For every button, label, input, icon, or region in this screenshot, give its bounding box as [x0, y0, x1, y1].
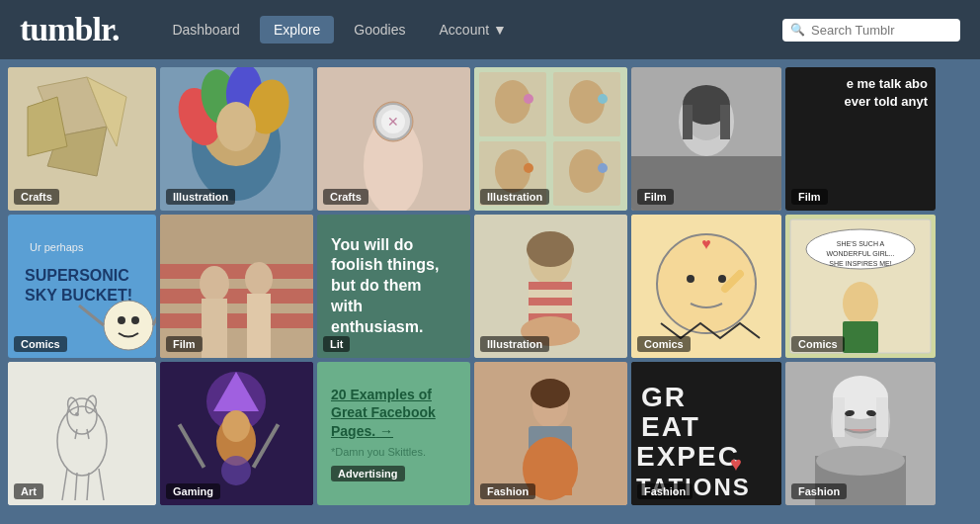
- ad-subtitle: *Damn you Skittles.: [331, 446, 456, 458]
- svg-rect-58: [247, 294, 271, 358]
- svg-point-44: [104, 301, 153, 350]
- cell-crafts1[interactable]: Crafts: [8, 67, 156, 211]
- tag-comics1: Comics: [14, 336, 67, 352]
- search-input[interactable]: [811, 23, 949, 38]
- tag-advertising: Advertising: [331, 466, 405, 481]
- svg-rect-37: [683, 105, 693, 139]
- tag-comics3: Comics: [791, 336, 845, 352]
- tag-comics2: Comics: [637, 336, 691, 352]
- search-icon: 🔍: [790, 23, 805, 37]
- svg-point-29: [598, 94, 608, 104]
- svg-point-108: [531, 379, 570, 408]
- svg-point-98: [222, 410, 250, 442]
- svg-text:SKY BUCKET!: SKY BUCKET!: [25, 287, 132, 304]
- cell-fashion2[interactable]: GR EAT EXPEC TATIONS ♥ Fashion: [631, 362, 781, 505]
- logo: tumblr.: [20, 11, 119, 48]
- tag-illustration2: Illustration: [480, 189, 549, 205]
- svg-point-80: [843, 282, 878, 325]
- svg-point-93: [75, 412, 79, 416]
- svg-rect-81: [843, 321, 878, 353]
- film-talk-text: e me talk abo ever told anyt: [844, 75, 928, 111]
- svg-text:♥: ♥: [730, 453, 742, 475]
- cell-illustration2[interactable]: Illustration: [474, 67, 627, 211]
- svg-text:EXPEC: EXPEC: [636, 441, 740, 472]
- tag-fashion2: Fashion: [637, 483, 693, 499]
- svg-point-101: [221, 456, 251, 485]
- svg-rect-54: [160, 313, 313, 328]
- tag-art: Art: [14, 483, 43, 499]
- nav-explore[interactable]: Explore: [260, 16, 334, 44]
- tag-illustration1: Illustration: [166, 189, 235, 205]
- ad-title[interactable]: 20 Examples of Great Facebook Pages. →: [331, 386, 456, 440]
- svg-text:EAT: EAT: [641, 411, 700, 442]
- tag-film2: Film: [791, 189, 828, 205]
- svg-point-12: [216, 102, 256, 151]
- nav: Dashboard Explore Goodies Account ▼: [158, 16, 753, 44]
- cell-comics3[interactable]: SHE'S SUCH A WONDERFUL GIRL... SHE INSPI…: [785, 215, 936, 358]
- cell-crafts2[interactable]: ✕ Crafts: [317, 67, 470, 211]
- content-grid: Crafts Illustration ✕ Crafts: [0, 59, 980, 513]
- svg-point-31: [598, 163, 608, 173]
- svg-point-45: [118, 316, 125, 324]
- header: tumblr. Dashboard Explore Goodies Accoun…: [0, 0, 980, 59]
- tag-gaming: Gaming: [166, 483, 220, 499]
- cell-art[interactable]: Art: [8, 362, 156, 505]
- account-label: Account: [440, 22, 490, 38]
- svg-text:GR: GR: [641, 382, 687, 412]
- nav-account[interactable]: Account ▼: [426, 16, 521, 44]
- tag-crafts1: Crafts: [14, 189, 59, 205]
- cell-film3[interactable]: Film: [160, 215, 313, 358]
- svg-text:WONDERFUL GIRL...: WONDERFUL GIRL...: [827, 250, 895, 257]
- cell-illustration1[interactable]: Illustration: [160, 67, 313, 211]
- svg-text:♥: ♥: [701, 235, 711, 252]
- svg-text:SUPERSONIC: SUPERSONIC: [25, 267, 129, 284]
- svg-text:SHE INSPIRES ME!: SHE INSPIRES ME!: [829, 260, 891, 267]
- tag-film3: Film: [166, 336, 203, 352]
- svg-point-55: [200, 266, 229, 302]
- cell-lit[interactable]: You will do foolish things, but do them …: [317, 215, 470, 358]
- svg-point-67: [527, 231, 574, 267]
- tag-film1: Film: [637, 189, 674, 205]
- svg-rect-121: [876, 397, 888, 437]
- cell-film2[interactable]: e me talk abo ever told anyt Film: [785, 67, 936, 211]
- nav-goodies[interactable]: Goodies: [340, 16, 419, 44]
- svg-point-28: [524, 94, 533, 104]
- svg-rect-120: [833, 397, 845, 437]
- svg-rect-53: [160, 289, 313, 304]
- cell-film1[interactable]: Film: [631, 67, 781, 211]
- cell-illustration3[interactable]: Illustration: [474, 215, 627, 358]
- cell-advertising[interactable]: 20 Examples of Great Facebook Pages. → *…: [317, 362, 470, 505]
- cell-fashion3[interactable]: Fashion: [785, 362, 936, 505]
- tag-lit: Lit: [323, 336, 350, 352]
- svg-point-57: [245, 262, 273, 296]
- svg-point-46: [131, 316, 139, 324]
- svg-text:SHE'S SUCH A: SHE'S SUCH A: [837, 240, 885, 247]
- cell-gaming[interactable]: Gaming: [160, 362, 313, 505]
- tag-illustration3: Illustration: [480, 336, 549, 352]
- chevron-down-icon: ▼: [493, 22, 507, 38]
- svg-point-125: [816, 446, 905, 476]
- svg-point-71: [718, 275, 726, 283]
- search-box: 🔍: [782, 19, 960, 42]
- svg-rect-56: [202, 299, 227, 358]
- svg-text:✕: ✕: [387, 114, 399, 130]
- quote-text: You will do foolish things, but do them …: [331, 235, 456, 338]
- svg-rect-38: [720, 105, 730, 139]
- tag-crafts2: Crafts: [323, 189, 368, 205]
- cell-fashion1[interactable]: Fashion: [474, 362, 627, 505]
- svg-rect-52: [160, 264, 313, 279]
- tag-fashion3: Fashion: [791, 483, 847, 499]
- cell-comics2[interactable]: ♥ Comics: [631, 215, 781, 358]
- svg-text:Ur perhaps: Ur perhaps: [30, 241, 84, 253]
- tag-fashion1: Fashion: [480, 483, 535, 499]
- cell-comics1[interactable]: Ur perhaps SUPERSONIC SKY BUCKET! Comics: [8, 215, 156, 358]
- svg-point-70: [687, 275, 694, 283]
- svg-point-30: [524, 163, 533, 173]
- nav-dashboard[interactable]: Dashboard: [158, 16, 254, 44]
